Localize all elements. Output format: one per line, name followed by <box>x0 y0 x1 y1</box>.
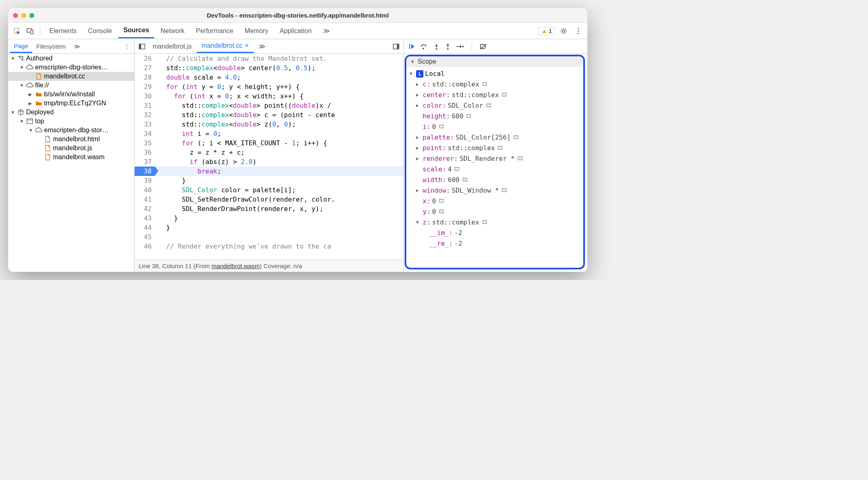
line-number[interactable]: 30 <box>135 91 155 101</box>
code-line[interactable]: 33 std::complex<double> z(0, 0); <box>135 120 403 129</box>
close-icon[interactable]: × <box>245 42 249 49</box>
sidebar-tab-filesystem[interactable]: Filesystem <box>32 40 70 52</box>
line-number[interactable]: 35 <box>135 138 155 148</box>
toggle-debugger-icon[interactable] <box>390 41 402 52</box>
scope-var-child[interactable]: __im_: -2 <box>406 228 583 238</box>
memory-icon[interactable] <box>454 164 460 174</box>
inspect-icon[interactable] <box>11 25 23 37</box>
tree-item[interactable]: mandelbrot.wasm <box>8 153 134 162</box>
code-line[interactable]: 26 // Calculate and draw the Mandelbrot … <box>135 54 403 63</box>
code-line[interactable]: 30 for (int x = 0; x < width; x++) { <box>135 91 403 101</box>
scope-var[interactable]: i: 0 <box>406 122 583 132</box>
scope-var-child[interactable]: __re_: -2 <box>406 238 583 249</box>
line-number[interactable]: 33 <box>135 120 155 129</box>
memory-icon[interactable] <box>482 80 487 89</box>
line-number[interactable]: 31 <box>135 101 155 110</box>
minimize-icon[interactable] <box>21 13 26 18</box>
editor-tab[interactable]: mandelbrot.js <box>148 40 197 53</box>
tree-item[interactable]: ▶tmp/tmp.ELcTq2YGN <box>8 99 134 108</box>
line-number[interactable]: 38 <box>135 167 155 176</box>
memory-icon[interactable] <box>513 133 519 142</box>
code-line[interactable]: 37 if (abs(z) > 2.0) <box>135 157 403 167</box>
code-line[interactable]: 43 } <box>135 213 403 223</box>
memory-icon[interactable] <box>438 207 444 217</box>
code-line[interactable]: 45 <box>135 232 403 242</box>
step-into-icon[interactable] <box>433 43 440 50</box>
resume-icon[interactable] <box>408 43 415 50</box>
tree-item[interactable]: ▼Authored <box>8 54 134 63</box>
code-line[interactable]: 29 for (int y = 0; y < height; y++) { <box>135 82 403 91</box>
tree-item[interactable]: ▼Deployed <box>8 108 134 117</box>
line-number[interactable]: 27 <box>135 63 155 73</box>
memory-icon[interactable] <box>462 175 468 185</box>
tree-item[interactable]: ▼emscripten-dbg-stor… <box>8 126 134 135</box>
memory-icon[interactable] <box>438 196 444 206</box>
memory-icon[interactable] <box>501 90 507 100</box>
line-number[interactable]: 46 <box>135 242 155 251</box>
line-number[interactable]: 29 <box>135 82 155 91</box>
device-icon[interactable] <box>24 25 36 37</box>
tree-item[interactable]: mandelbrot.js <box>8 144 134 153</box>
scope-var[interactable]: width: 600 <box>406 175 583 185</box>
code-line[interactable]: 44 } <box>135 223 403 232</box>
scope-local-header[interactable]: ▼ L Local <box>406 69 583 79</box>
tab-network[interactable]: Network <box>156 24 190 38</box>
scope-var[interactable]: x: 0 <box>406 196 583 207</box>
scope-header[interactable]: ▼ Scope <box>406 56 583 67</box>
tab-application[interactable]: Application <box>275 24 317 38</box>
memory-icon[interactable] <box>482 218 487 227</box>
memory-icon[interactable] <box>438 122 444 132</box>
sidebar-tab-page[interactable]: Page <box>10 40 32 53</box>
code-line[interactable]: 36 z = z * z + c; <box>135 148 403 157</box>
sidebar-more-icon[interactable]: ⋮ <box>121 41 133 52</box>
toggle-navigator-icon[interactable] <box>136 41 148 52</box>
tree-item[interactable]: ▼file:// <box>8 81 134 90</box>
tab-elements[interactable]: Elements <box>44 24 82 38</box>
code-line[interactable]: 35 for (; i < MAX_ITER_COUNT - 1; i++) { <box>135 138 403 148</box>
warning-badge[interactable]: ▲ 1 <box>538 27 555 35</box>
scope-var[interactable]: ▶center: std::complex <box>406 90 583 100</box>
line-number[interactable]: 45 <box>135 232 155 242</box>
line-number[interactable]: 44 <box>135 223 155 232</box>
tree-item[interactable]: ▼emscripten-dbg-stories… <box>8 63 134 72</box>
memory-icon[interactable] <box>501 186 507 196</box>
scope-var[interactable]: height: 600 <box>406 111 583 122</box>
scope-var[interactable]: ▶window: SDL_Window * <box>406 185 583 196</box>
tab-sources[interactable]: Sources <box>118 23 154 38</box>
editor-overflow[interactable]: ≫ <box>254 40 270 53</box>
deactivate-breakpoints-icon[interactable] <box>479 43 487 50</box>
line-number[interactable]: 26 <box>135 54 155 63</box>
step-icon[interactable] <box>456 43 464 50</box>
code-line[interactable]: 40 SDL_Color color = palette[i]; <box>135 185 403 195</box>
code-area[interactable]: 26 // Calculate and draw the Mandelbrot … <box>135 54 403 260</box>
line-number[interactable]: 40 <box>135 185 155 195</box>
code-line[interactable]: 32 std::complex<double> c = (point - cen… <box>135 110 403 120</box>
scope-var[interactable]: ▶color: SDL_Color <box>406 100 583 111</box>
line-number[interactable]: 37 <box>135 157 155 167</box>
sidebar-overflow[interactable]: ≫ <box>70 40 84 53</box>
tree-item[interactable]: mandelbrot.html <box>8 135 134 144</box>
line-number[interactable]: 42 <box>135 204 155 213</box>
scope-var[interactable]: ▶palette: SDL_Color[256] <box>406 132 583 143</box>
code-line[interactable]: 27 std::complex<double> center(0.5, 0.5)… <box>135 63 403 73</box>
memory-icon[interactable] <box>517 154 523 164</box>
line-number[interactable]: 39 <box>135 176 155 185</box>
scope-var[interactable]: y: 0 <box>406 207 583 217</box>
scope-var[interactable]: ▶point: std::complex <box>406 143 583 153</box>
scope-var[interactable]: scale: 4 <box>406 164 583 175</box>
line-number[interactable]: 41 <box>135 195 155 204</box>
step-out-icon[interactable] <box>445 43 451 50</box>
line-number[interactable]: 28 <box>135 73 155 82</box>
code-line[interactable]: 38 break; <box>135 167 403 176</box>
memory-icon[interactable] <box>466 111 472 121</box>
line-number[interactable]: 43 <box>135 213 155 223</box>
settings-icon[interactable] <box>558 25 569 37</box>
code-line[interactable]: 46 // Render everything we've drawn to t… <box>135 242 403 251</box>
tabs-overflow[interactable]: ≫ <box>318 24 335 38</box>
maximize-icon[interactable] <box>29 13 34 18</box>
code-line[interactable]: 28 double scale = 4.0; <box>135 73 403 82</box>
tab-console[interactable]: Console <box>83 24 117 38</box>
more-icon[interactable] <box>573 25 584 37</box>
scope-var[interactable]: ▶renderer: SDL_Renderer * <box>406 153 583 164</box>
tab-performance[interactable]: Performance <box>191 24 238 38</box>
